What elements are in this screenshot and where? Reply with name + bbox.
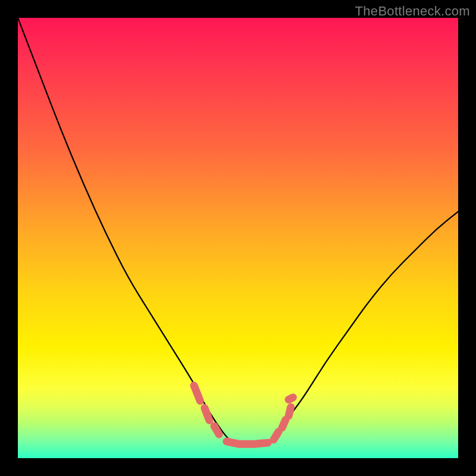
plot-area bbox=[18, 18, 458, 458]
curve-marker bbox=[282, 420, 286, 428]
watermark-label: TheBottleneck.com bbox=[355, 4, 470, 19]
curve-marker bbox=[254, 443, 268, 444]
curve-marker bbox=[214, 426, 219, 434]
chart-frame: TheBottleneck.com bbox=[0, 0, 476, 476]
curve-markers bbox=[194, 386, 293, 444]
bottleneck-curve bbox=[18, 18, 458, 458]
curve-marker bbox=[289, 397, 293, 400]
curve-marker bbox=[289, 407, 291, 416]
bottleneck-curve-path bbox=[18, 18, 458, 445]
curve-marker bbox=[205, 408, 209, 421]
curve-marker bbox=[274, 432, 278, 440]
curve-marker bbox=[194, 386, 200, 401]
